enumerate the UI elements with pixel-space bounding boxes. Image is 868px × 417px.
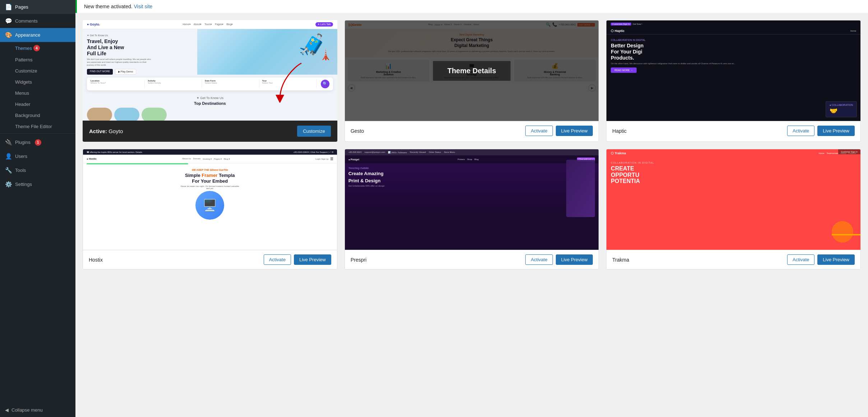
sidebar-item-label: Plugins: [15, 140, 31, 145]
sidebar-item-tools[interactable]: 🔧 Tools: [0, 163, 75, 177]
theme-card-trakma: ⬡ Trakma HomeTestimonialsAboutProjects C…: [606, 149, 861, 270]
hostix-actions: Activate Live Preview: [264, 254, 331, 265]
comments-icon: 💬: [5, 18, 12, 24]
collapse-arrow-icon: ◀: [5, 407, 9, 413]
haptic-activate-button[interactable]: Activate: [787, 126, 814, 136]
background-label: Background: [15, 113, 40, 118]
sidebar-item-label: Users: [15, 154, 27, 159]
sidebar-item-theme-file-editor[interactable]: Theme File Editor: [0, 121, 75, 132]
gesto-preview: (c)Gesto BlogHome ▾Home 2Home 3ContentAb…: [345, 20, 599, 121]
sidebar-item-label: Comments: [15, 18, 38, 24]
header-label: Header: [15, 102, 31, 107]
customize-button[interactable]: Customize: [297, 126, 331, 137]
hostix-activate-button[interactable]: Activate: [264, 254, 291, 265]
active-theme-name: Active: Goyto: [89, 128, 123, 134]
customize-label: Customize: [15, 68, 37, 74]
sidebar-item-users[interactable]: 👤 Users: [0, 149, 75, 163]
prespri-actions: Activate Live Preview: [525, 254, 593, 265]
haptic-actions: Activate Live Preview: [787, 126, 855, 136]
theme-card-prespri: +85.838.9922 support@prespri.com 📊 2960+…: [345, 149, 599, 270]
goyto-preview: ● Goyto. Home▾About▾Tours▾Pages▾Blog▾ ✦ …: [83, 20, 337, 121]
settings-icon: ⚙️: [5, 181, 12, 188]
sidebar-item-plugins[interactable]: 🔌 Plugins 1: [0, 135, 75, 149]
prespri-activate-button[interactable]: Activate: [525, 254, 553, 265]
notice-text: New theme activated.: [84, 4, 133, 9]
sidebar-item-widgets[interactable]: Widgets: [0, 76, 75, 88]
prespri-footer: Prespri Activate Live Preview: [345, 250, 599, 269]
haptic-footer: Haptic Activate Live Preview: [606, 121, 860, 140]
hostix-live-preview-button[interactable]: Live Preview: [294, 254, 331, 265]
theme-file-editor-label: Theme File Editor: [15, 124, 52, 129]
patterns-label: Patterns: [15, 57, 32, 62]
sidebar-item-pages[interactable]: 📄 Pages: [0, 0, 75, 14]
users-icon: 👤: [5, 153, 12, 160]
sidebar-item-settings[interactable]: ⚙️ Settings: [0, 177, 75, 191]
sidebar: 📄 Pages 💬 Comments 🎨 Appearance Themes 4…: [0, 0, 75, 417]
hostix-footer: Hostix Activate Live Preview: [83, 250, 337, 269]
sidebar-item-themes[interactable]: Themes 4: [0, 42, 75, 54]
themes-area: ● Goyto. Home▾About▾Tours▾Pages▾Blog▾ ✦ …: [75, 13, 868, 417]
theme-card-haptic: Customize Sign In Get Now ! ⬡ Haptic Hom…: [606, 20, 861, 142]
trakma-preview: ⬡ Trakma HomeTestimonialsAboutProjects C…: [606, 149, 860, 250]
theme-card-goyto: ● Goyto. Home▾About▾Tours▾Pages▾Blog▾ ✦ …: [83, 20, 337, 142]
haptic-theme-name: Haptic: [612, 128, 627, 134]
notice-bar: New theme activated. Visit site: [75, 0, 868, 13]
visit-site-link[interactable]: Visit site: [134, 4, 153, 9]
theme-card-hostix: ☎ offering the hoptix 800x server for lo…: [83, 149, 337, 270]
prespri-live-preview-button[interactable]: Live Preview: [556, 254, 593, 265]
appearance-icon: 🎨: [5, 32, 12, 38]
themes-grid: ● Goyto. Home▾About▾Tours▾Pages▾Blog▾ ✦ …: [83, 20, 861, 270]
sidebar-item-menus[interactable]: Menus: [0, 88, 75, 99]
gesto-theme-name: Gesto: [351, 128, 364, 134]
prespri-preview: +85.838.9922 support@prespri.com 📊 2960+…: [345, 149, 599, 250]
hostix-theme-name: Hostix: [89, 257, 103, 263]
sidebar-item-patterns[interactable]: Patterns: [0, 54, 75, 65]
trakma-activate-button[interactable]: Activate: [787, 254, 814, 265]
themes-badge: 4: [33, 45, 40, 51]
trakma-actions: Activate Live Preview: [787, 254, 855, 265]
sidebar-item-appearance[interactable]: 🎨 Appearance: [0, 28, 75, 42]
active-theme-title: Goyto: [108, 128, 123, 134]
trakma-footer: Trakma Activate Live Preview: [606, 250, 860, 269]
widgets-label: Widgets: [15, 79, 32, 85]
gesto-footer: Gesto Activate Live Preview: [345, 121, 599, 140]
main-content: New theme activated. Visit site ● Goyto.…: [75, 0, 868, 417]
theme-card-gesto: (c)Gesto BlogHome ▾Home 2Home 3ContentAb…: [345, 20, 599, 142]
plugins-badge: 1: [35, 139, 41, 146]
sidebar-item-label: Appearance: [15, 32, 40, 38]
sidebar-item-background[interactable]: Background: [0, 110, 75, 121]
themes-label: Themes: [15, 46, 32, 51]
sidebar-item-header[interactable]: Header: [0, 99, 75, 110]
gesto-activate-button[interactable]: Activate: [525, 126, 553, 136]
collapse-menu-button[interactable]: ◀ Collapse menu: [0, 403, 75, 417]
haptic-preview: Customize Sign In Get Now ! ⬡ Haptic Hom…: [606, 20, 860, 121]
theme-details-text: Theme Details: [433, 61, 511, 81]
sidebar-item-label: Pages: [15, 4, 28, 10]
theme-overlay[interactable]: Theme Details: [345, 20, 599, 121]
active-theme-footer: Active: Goyto Customize: [83, 121, 337, 142]
active-label: Active:: [89, 128, 107, 134]
gesto-actions: Activate Live Preview: [525, 126, 593, 136]
pages-icon: 📄: [5, 4, 12, 10]
plugins-icon: 🔌: [5, 139, 12, 146]
collapse-menu-label: Collapse menu: [11, 407, 43, 413]
menus-label: Menus: [15, 90, 29, 96]
trakma-live-preview-button[interactable]: Live Preview: [817, 254, 855, 265]
prespri-theme-name: Prespri: [351, 257, 366, 263]
haptic-live-preview-button[interactable]: Live Preview: [817, 126, 855, 136]
gesto-live-preview-button[interactable]: Live Preview: [556, 126, 593, 136]
sidebar-item-label: Settings: [15, 182, 32, 187]
appearance-submenu: Themes 4 Patterns Customize Widgets Menu…: [0, 42, 75, 132]
tools-icon: 🔧: [5, 167, 12, 174]
sidebar-item-customize[interactable]: Customize: [0, 65, 75, 76]
hostix-preview: ☎ offering the hoptix 800x server for lo…: [83, 149, 337, 250]
sidebar-item-label: Tools: [15, 168, 26, 173]
trakma-theme-name: Trakma: [612, 257, 629, 263]
sidebar-item-comments[interactable]: 💬 Comments: [0, 14, 75, 28]
